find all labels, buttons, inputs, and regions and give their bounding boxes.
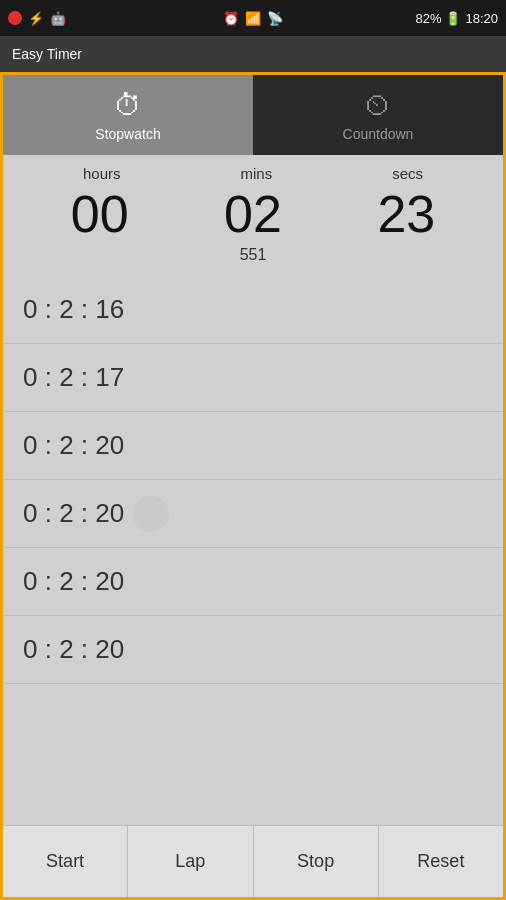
timer-labels: hours mins secs bbox=[3, 165, 503, 182]
bottom-bar: Start Lap Stop Reset bbox=[3, 825, 503, 897]
timer-values: 00 02 23 bbox=[3, 182, 503, 246]
stop-button[interactable]: Stop bbox=[254, 826, 379, 897]
wifi-icon: 📶 bbox=[245, 11, 261, 26]
stopwatch-label: Stopwatch bbox=[95, 126, 160, 142]
clock-status: 18:20 bbox=[465, 11, 498, 26]
list-item: 0 : 2 : 20 bbox=[3, 412, 503, 480]
signal-icon: 📡 bbox=[267, 11, 283, 26]
recording-indicator bbox=[8, 11, 22, 25]
alarm-icon: ⏰ bbox=[223, 11, 239, 26]
tab-stopwatch[interactable]: ⏱ Stopwatch bbox=[3, 75, 253, 155]
hours-value: 00 bbox=[71, 184, 129, 244]
list-item: 0 : 2 : 17 bbox=[3, 344, 503, 412]
mins-label: mins bbox=[241, 165, 273, 182]
secs-value: 23 bbox=[377, 184, 435, 244]
status-bar: ⚡ 🤖 ⏰ 📶 📡 82% 🔋 18:20 bbox=[0, 0, 506, 36]
tab-bar: ⏱ Stopwatch ⏲ Countdown bbox=[3, 75, 503, 155]
reset-button[interactable]: Reset bbox=[379, 826, 503, 897]
usb-icon: ⚡ bbox=[28, 11, 44, 26]
stopwatch-icon: ⏱ bbox=[114, 89, 142, 122]
lap-button[interactable]: Lap bbox=[128, 826, 253, 897]
list-item: 0 : 2 : 20 bbox=[3, 548, 503, 616]
main-container: ⏱ Stopwatch ⏲ Countdown hours mins secs … bbox=[0, 72, 506, 900]
list-item: 0 : 2 : 16 bbox=[3, 276, 503, 344]
countdown-label: Countdown bbox=[343, 126, 414, 142]
battery-percent: 82% bbox=[415, 11, 441, 26]
app-title: Easy Timer bbox=[12, 46, 82, 62]
lap-count: 551 bbox=[3, 246, 503, 270]
list-item: 0 : 2 : 20 bbox=[3, 480, 503, 548]
battery-icon: 🔋 bbox=[445, 11, 461, 26]
android-icon: 🤖 bbox=[50, 11, 66, 26]
hours-label: hours bbox=[83, 165, 121, 182]
mins-value: 02 bbox=[224, 184, 282, 244]
title-bar: Easy Timer bbox=[0, 36, 506, 72]
list-item: 0 : 2 : 20 bbox=[3, 616, 503, 684]
lap-list[interactable]: 0 : 2 : 16 0 : 2 : 17 0 : 2 : 20 0 : 2 :… bbox=[3, 276, 503, 825]
secs-label: secs bbox=[392, 165, 423, 182]
countdown-icon: ⏲ bbox=[364, 89, 392, 122]
tab-countdown[interactable]: ⏲ Countdown bbox=[253, 75, 503, 155]
timer-display: hours mins secs 00 02 23 551 bbox=[3, 155, 503, 276]
start-button[interactable]: Start bbox=[3, 826, 128, 897]
touch-indicator bbox=[133, 496, 169, 532]
